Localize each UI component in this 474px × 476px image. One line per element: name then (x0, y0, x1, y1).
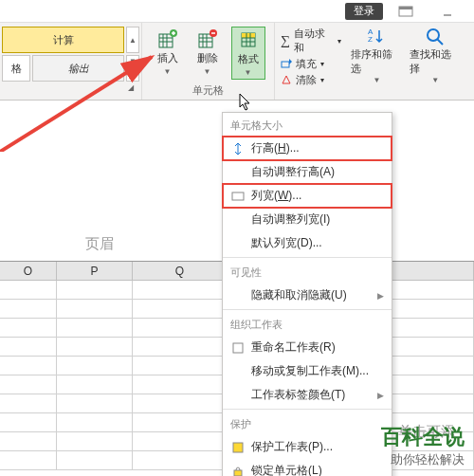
col-header[interactable]: P (57, 262, 133, 281)
insert-label: 插入 (157, 51, 178, 65)
svg-rect-3 (159, 34, 173, 47)
menu-separator (223, 309, 392, 310)
insert-button[interactable]: 插入 ▼ (152, 27, 184, 80)
col-header[interactable]: O (0, 262, 57, 281)
delete-icon (197, 28, 218, 49)
lock-icon (230, 464, 246, 477)
watermark-title: 百科全说 (381, 423, 465, 451)
svg-rect-19 (242, 33, 255, 38)
style-output[interactable]: 输出 (32, 55, 124, 82)
svg-rect-24 (282, 62, 289, 67)
format-dropdown: 单元格大小 行高(H)... 自动调整行高(A) 列宽(W)... 自动调整列宽… (222, 112, 392, 476)
sort-icon: AZ (366, 27, 387, 47)
sigma-icon: ∑ (281, 33, 290, 48)
menu-separator (223, 257, 392, 258)
menu-rename-sheet[interactable]: 重命名工作表(R) (223, 336, 392, 359)
style-calculation[interactable]: 计算 (2, 27, 124, 53)
svg-line-28 (437, 39, 443, 45)
submenu-arrow-icon: ▶ (377, 291, 384, 301)
autosum-label[interactable]: 自动求和 (294, 27, 335, 55)
fill-label[interactable]: 填充 (296, 57, 317, 71)
editing-group: ∑自动求和▾ 填充▾ 清除▾ AZ 排序和筛选 ▼ 查找和选择 ▼ (275, 23, 474, 100)
svg-rect-30 (233, 343, 243, 353)
sort-filter-label: 排序和筛选 (351, 47, 402, 76)
svg-rect-1 (399, 7, 412, 9)
style-more[interactable]: ▾ (126, 69, 139, 82)
menu-hide-unhide[interactable]: 隐藏和取消隐藏(U) ▶ (223, 284, 392, 307)
menu-separator (223, 409, 392, 410)
menu-section-visibility: 可见性 (223, 260, 392, 284)
find-select-button[interactable]: 查找和选择 ▼ (410, 27, 461, 84)
dropdown-arrow-icon: ▼ (204, 67, 211, 76)
login-button[interactable]: 登录 (345, 3, 383, 20)
cells-group-label: 单元格 (192, 83, 224, 98)
dropdown-arrow-icon: ▼ (245, 68, 252, 77)
watermark-subtitle: 助你轻松解决 (381, 451, 465, 468)
format-label: 格式 (238, 52, 259, 66)
cells-group: 插入 ▼ 删除 ▼ 格式 ▼ 单元格 (142, 23, 275, 100)
find-select-label: 查找和选择 (410, 47, 461, 76)
styles-launcher[interactable]: ◢ (2, 83, 139, 95)
menu-move-copy[interactable]: 移动或复制工作表(M)... (223, 359, 392, 383)
menu-autofit-row[interactable]: 自动调整行高(A) (223, 160, 392, 184)
style-up[interactable]: ▲ (126, 27, 139, 53)
ribbon: 计算 ▲ 格 输出 ▼ ▾ ◢ 插入 ▼ 删除 ▼ (0, 23, 474, 101)
svg-text:Z: Z (368, 35, 373, 44)
svg-rect-29 (232, 192, 244, 200)
minimize-icon[interactable] (428, 3, 466, 20)
watermark: 百科全说 助你轻松解决 (381, 423, 465, 468)
dropdown-arrow-icon: ▼ (164, 67, 172, 76)
style-cell-label[interactable]: 格 (2, 55, 30, 82)
menu-protect-sheet[interactable]: 保护工作表(P)... (223, 435, 392, 459)
col-header[interactable]: Q (133, 262, 228, 281)
col-width-icon (230, 189, 246, 204)
menu-default-width[interactable]: 默认列宽(D)... (223, 231, 392, 255)
titlebar: 登录 (0, 0, 474, 23)
sort-filter-button[interactable]: AZ 排序和筛选 ▼ (351, 27, 402, 84)
clear-icon (281, 74, 292, 87)
magnify-icon (425, 27, 446, 47)
menu-section-cellsize: 单元格大小 (223, 113, 392, 137)
delete-label: 删除 (197, 51, 218, 65)
delete-button[interactable]: 删除 ▼ (191, 27, 224, 80)
svg-rect-11 (199, 34, 212, 47)
ribbon-display-icon[interactable] (387, 3, 425, 20)
fill-icon (281, 58, 292, 71)
sheet-icon (230, 340, 246, 356)
protect-icon (230, 440, 246, 455)
menu-tab-color[interactable]: 工作表标签颜色(T) ▶ (223, 383, 392, 407)
row-height-icon (230, 141, 246, 156)
format-button[interactable]: 格式 ▼ (231, 27, 265, 80)
svg-rect-32 (234, 470, 242, 476)
style-down[interactable]: ▼ (126, 55, 139, 68)
submenu-arrow-icon: ▶ (377, 391, 384, 400)
menu-section-organize: 组织工作表 (223, 312, 392, 336)
menu-lock-cell[interactable]: 锁定单元格(L) (223, 459, 392, 476)
styles-group: 计算 ▲ 格 输出 ▼ ▾ ◢ (0, 23, 142, 100)
menu-col-width[interactable]: 列宽(W)... (223, 184, 392, 208)
menu-row-height[interactable]: 行高(H)... (223, 137, 392, 160)
menu-section-protect: 保护 (223, 412, 392, 435)
menu-autofit-col[interactable]: 自动调整列宽(I) (223, 208, 392, 231)
format-icon (238, 29, 259, 50)
clear-label[interactable]: 清除 (296, 73, 317, 87)
svg-rect-31 (233, 443, 243, 452)
insert-icon (157, 28, 178, 49)
